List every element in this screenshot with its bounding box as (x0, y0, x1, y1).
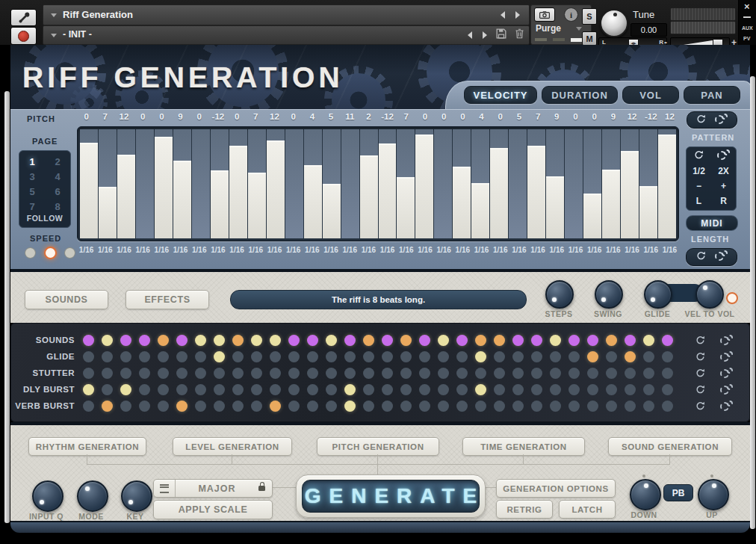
fx-step-dot[interactable] (456, 368, 468, 379)
step-bar[interactable] (639, 186, 657, 238)
step-column[interactable] (80, 129, 98, 238)
fx-step-dot[interactable] (270, 401, 281, 412)
scale-menu[interactable]: MAJOR (153, 479, 273, 498)
pitch-value[interactable]: 0 (566, 112, 585, 121)
fx-step-dot[interactable] (512, 384, 524, 395)
retrig-button[interactable]: RETRIG (496, 500, 553, 519)
fx-step-dot[interactable] (139, 351, 150, 362)
fx-step-dot[interactable] (288, 368, 300, 379)
fx-step-dot[interactable] (475, 384, 486, 395)
fx-step-dot[interactable] (550, 384, 561, 395)
fx-row-gear-icon[interactable] (720, 401, 733, 414)
duration-value[interactable]: 1/16 (604, 246, 622, 254)
duration-value[interactable]: 1/16 (265, 246, 284, 254)
step-bar[interactable] (658, 135, 676, 238)
fx-row-refresh-icon[interactable] (695, 368, 705, 381)
fx-step-dot[interactable] (176, 384, 188, 395)
pitch-value[interactable]: 2 (359, 112, 378, 121)
fx-step-dot[interactable] (270, 351, 281, 362)
step-bar[interactable] (117, 155, 135, 238)
fx-step-dot[interactable] (662, 384, 673, 395)
fx-step-dot[interactable] (176, 335, 188, 346)
page-8[interactable]: 8 (55, 201, 60, 212)
step-column[interactable] (155, 129, 173, 238)
right-scrollbar[interactable] (750, 76, 755, 529)
step-column[interactable] (658, 129, 676, 238)
left-scrollbar[interactable] (4, 91, 10, 523)
fx-step-dot[interactable] (494, 368, 505, 379)
fx-step-dot[interactable] (494, 351, 505, 362)
step-column[interactable] (173, 129, 191, 238)
pattern-refresh-icon[interactable] (694, 149, 704, 163)
step-column[interactable] (527, 129, 545, 238)
fx-step-dot[interactable] (587, 335, 598, 346)
page-7[interactable]: 7 (29, 201, 34, 212)
purge-dropdown-caret[interactable] (576, 27, 582, 31)
step-column[interactable] (546, 129, 564, 238)
button-rhythm-generation[interactable]: RHYTHM GENERATION (28, 437, 146, 456)
pattern-button-+[interactable]: + (721, 181, 726, 191)
step-bar[interactable] (471, 183, 489, 238)
fx-step-dot[interactable] (326, 401, 337, 412)
tune-value[interactable]: 0.00 (630, 23, 667, 37)
step-bar[interactable] (527, 146, 545, 238)
fx-step-dot[interactable] (214, 351, 225, 362)
fx-step-dot[interactable] (102, 335, 113, 346)
fx-step-dot[interactable] (475, 401, 486, 412)
fx-step-dot[interactable] (606, 401, 617, 412)
fx-step-dot[interactable] (662, 335, 673, 346)
fx-step-dot[interactable] (512, 368, 524, 379)
preset-strip[interactable]: - INIT - (43, 25, 530, 45)
fx-step-dot[interactable] (195, 351, 206, 362)
latch-button[interactable]: LATCH (559, 500, 616, 519)
fx-step-dot[interactable] (139, 368, 150, 379)
fx-row-refresh-icon[interactable] (695, 335, 705, 348)
fx-step-dot[interactable] (382, 351, 393, 362)
pitch-value[interactable]: 9 (604, 112, 622, 121)
step-bar[interactable] (415, 135, 433, 238)
step-column[interactable] (99, 129, 117, 238)
tab-duration[interactable]: DURATION (542, 86, 618, 104)
step-bar[interactable] (583, 194, 601, 238)
next-instrument-arrow[interactable] (515, 11, 520, 19)
pitch-value[interactable]: 0 (491, 112, 509, 121)
step-column[interactable] (565, 129, 583, 238)
step-column[interactable] (509, 129, 527, 238)
fx-step-dot[interactable] (475, 368, 486, 379)
prev-instrument-arrow[interactable] (501, 11, 505, 19)
fx-step-dot[interactable] (158, 384, 169, 395)
step-column[interactable] (229, 129, 247, 238)
step-column[interactable] (639, 129, 657, 238)
effects-tab-button[interactable]: EFFECTS (126, 290, 209, 309)
fx-step-dot[interactable] (643, 351, 654, 362)
fx-step-dot[interactable] (568, 335, 580, 346)
step-bar[interactable] (304, 165, 322, 238)
fx-step-dot[interactable] (326, 368, 337, 379)
fx-step-dot[interactable] (625, 384, 636, 395)
duration-value[interactable]: 1/16 (378, 246, 397, 254)
fx-row-gear-icon[interactable] (720, 335, 733, 348)
duration-value[interactable]: 1/16 (529, 246, 548, 254)
fx-step-dot[interactable] (456, 335, 468, 346)
page-1[interactable]: 1 (29, 156, 34, 167)
step-bar[interactable] (267, 140, 285, 238)
step-bar[interactable] (99, 187, 117, 238)
duration-value[interactable]: 1/16 (228, 246, 247, 254)
swing-knob[interactable] (595, 280, 623, 309)
fx-row-refresh-icon[interactable] (695, 401, 705, 414)
fx-step-dot[interactable] (288, 351, 300, 362)
fx-step-dot[interactable] (270, 335, 281, 346)
fx-step-dot[interactable] (102, 401, 113, 412)
duration-value[interactable]: 1/16 (152, 246, 171, 254)
fx-step-dot[interactable] (419, 335, 430, 346)
pitch-value[interactable]: 0 (190, 112, 208, 121)
pitch-value[interactable]: 0 (77, 112, 96, 121)
button-level-generation[interactable]: LEVEL GENERATION (173, 437, 292, 456)
step-column[interactable] (248, 129, 266, 238)
fx-step-dot[interactable] (120, 335, 131, 346)
fx-step-dot[interactable] (251, 351, 262, 362)
delete-trash-icon[interactable] (515, 28, 524, 42)
pitch-value[interactable]: 7 (529, 112, 548, 121)
step-column[interactable] (471, 129, 489, 238)
pitch-value[interactable]: 12 (622, 112, 641, 121)
